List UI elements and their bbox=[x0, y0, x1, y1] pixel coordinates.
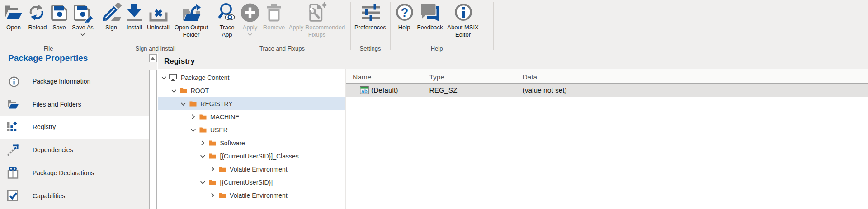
svg-text:?: ? bbox=[401, 6, 409, 19]
svg-text:ab: ab bbox=[361, 88, 367, 93]
